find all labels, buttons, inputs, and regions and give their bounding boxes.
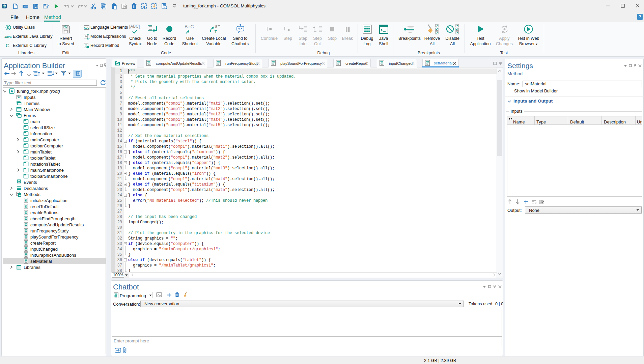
svg-text:A: A: [10, 89, 13, 93]
svg-text:T: T: [215, 30, 217, 34]
svg-text:ABC: ABC: [84, 26, 89, 29]
svg-text:a=: a=: [87, 37, 90, 40]
